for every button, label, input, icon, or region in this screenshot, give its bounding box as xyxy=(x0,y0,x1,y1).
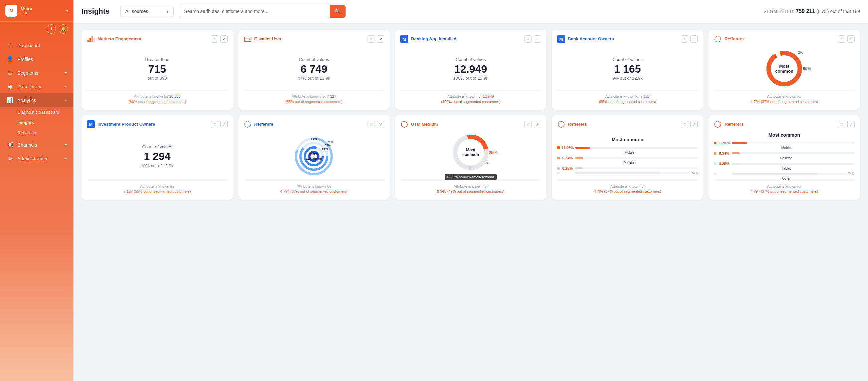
search-input[interactable] xyxy=(179,6,330,17)
donut-label: Mostcommon xyxy=(775,64,793,74)
card-header: M Bank Account Owners ☆ ⤢ xyxy=(557,35,698,43)
card-actions: ☆ ⤢ xyxy=(838,121,855,128)
bar-track-2 xyxy=(575,157,698,159)
card-body: Count of values 1 294 10% out of 12.9k xyxy=(87,132,228,180)
source-select[interactable]: All sources ▾ xyxy=(120,6,174,17)
favorite-button[interactable]: ☆ xyxy=(524,121,532,128)
sidebar-item-label: Data library xyxy=(18,84,41,89)
card-title: Refferers xyxy=(254,122,365,127)
card-title: E-wallet User xyxy=(254,36,365,42)
bar-color-other xyxy=(557,172,560,174)
footer-link[interactable]: 4 794 (37% out of segmented customers) xyxy=(280,189,348,193)
bar-chart2-title: Most common xyxy=(769,132,800,138)
analytics-arrow-icon: ▴ xyxy=(65,98,67,102)
page-title: Insights xyxy=(82,7,110,16)
bar2-fill-other xyxy=(732,173,816,175)
favorite-button[interactable]: ☆ xyxy=(681,35,688,43)
expand-button[interactable]: ⤢ xyxy=(847,35,855,43)
expand-button[interactable]: ⤢ xyxy=(220,121,228,128)
favorite-button[interactable]: ☆ xyxy=(681,121,688,128)
search-button[interactable]: 🔍 xyxy=(330,5,345,18)
footer-link2[interactable]: (55% out of segmented customers) xyxy=(599,100,656,104)
svg-rect-1 xyxy=(90,38,91,42)
sidebar-sub-reporting[interactable]: Reporting xyxy=(0,128,73,138)
favorite-button[interactable]: ☆ xyxy=(211,35,218,43)
card-footer: Attribute is known for 10 360 (80% out o… xyxy=(87,90,228,104)
card-header: Refferers ☆ ⤢ xyxy=(714,120,855,128)
favorite-button[interactable]: ☆ xyxy=(838,121,845,128)
expand-button[interactable]: ⤢ xyxy=(847,121,855,128)
sidebar-logo[interactable]: M Meiro CDP ▾ xyxy=(0,0,73,22)
bar2-pct-2: 6.34% xyxy=(718,151,731,155)
card-bank-account: M Bank Account Owners ☆ ⤢ Count of value… xyxy=(552,30,704,110)
bar-fill-1 xyxy=(575,147,590,149)
bar2-fill-1 xyxy=(732,142,746,144)
expand-button[interactable]: ⤢ xyxy=(534,35,541,43)
card-actions: ☆ ⤢ xyxy=(368,35,384,43)
footer-link2[interactable]: (55% out of segmented customers) xyxy=(285,100,343,104)
favorite-button[interactable]: ☆ xyxy=(211,121,218,128)
expand-button[interactable]: ⤢ xyxy=(377,35,384,43)
expand-button[interactable]: ⤢ xyxy=(220,35,228,43)
sidebar-item-label: Channels xyxy=(18,142,37,148)
card-investment-product: M Investment Product Owners ☆ ⤢ Count of… xyxy=(82,115,233,200)
footer-link[interactable]: 10 360 xyxy=(169,94,181,98)
bar2-row-3: 6.25% xyxy=(714,162,855,166)
sidebar-item-data-library[interactable]: ▦ Data library ▾ xyxy=(0,80,73,93)
card-body: Greater than 715 out of 893 xyxy=(87,47,228,90)
card-marketo: Marketo Engagement ☆ ⤢ Greater than 715 … xyxy=(82,30,233,110)
favorite-button[interactable]: ☆ xyxy=(524,35,532,43)
cards-grid: Marketo Engagement ☆ ⤢ Greater than 715 … xyxy=(82,30,860,200)
info-icon-btn[interactable]: ℹ xyxy=(47,24,56,34)
footer-link2[interactable]: (80% out of segmented customers) xyxy=(128,100,186,104)
channels-icon: 📢 xyxy=(7,142,13,148)
main-content: Insights All sources ▾ 🔍 SEGMENTED: 759 … xyxy=(73,0,868,381)
footer-link[interactable]: 6 345 (49% out of segmented customers) xyxy=(437,189,504,193)
card-header: Refferers ☆ ⤢ xyxy=(714,35,855,43)
refferers-1-icon xyxy=(714,35,722,43)
sidebar-item-profiles[interactable]: 👤 Profiles xyxy=(0,52,73,66)
expand-button[interactable]: ⤢ xyxy=(690,121,698,128)
sidebar-item-administration[interactable]: ⚙ Administration ▾ xyxy=(0,152,73,165)
bar2-row-2: 6.34% xyxy=(714,151,855,155)
footer-link[interactable]: 7 127 (55% out of segmented customers) xyxy=(124,189,191,193)
sidebar-item-label: Administration xyxy=(18,156,47,161)
utm-pct-main: 25% xyxy=(489,150,497,155)
expand-button[interactable]: ⤢ xyxy=(377,121,384,128)
sidebar-sub-diagnostic[interactable]: Diagnostic dashboard xyxy=(0,107,73,117)
card-title: Refferers xyxy=(724,36,835,42)
utm-icon xyxy=(400,120,408,128)
sidebar-item-segments[interactable]: ◇ Segments ▾ xyxy=(0,66,73,80)
bar-pct-2: 6.34% xyxy=(561,156,574,160)
sidebar-item-channels[interactable]: 📢 Channels ▾ xyxy=(0,138,73,152)
card-header: M Investment Product Owners ☆ ⤢ xyxy=(87,120,228,128)
logo-caret-icon[interactable]: ▾ xyxy=(66,9,68,13)
footer-link[interactable]: 7 127 xyxy=(641,94,650,98)
notification-icon-btn[interactable]: 🔔 xyxy=(59,24,68,34)
card-footer: Attribute is known for 4 794 (37% out of… xyxy=(244,180,384,194)
favorite-button[interactable]: ☆ xyxy=(368,121,375,128)
data-library-arrow-icon: ▾ xyxy=(65,85,67,88)
source-select-label: All sources xyxy=(125,9,148,14)
footer-link[interactable]: 4 794 (37% out of segmented customers) xyxy=(594,189,661,193)
card-footer: Attribute is known for 4 794 (37% out of… xyxy=(557,180,698,194)
segments-icon: ◇ xyxy=(7,70,13,76)
sidebar-sub-insights[interactable]: Insights xyxy=(0,117,73,128)
bar2-label-1: Mobile xyxy=(714,146,855,150)
header: Insights All sources ▾ 🔍 SEGMENTED: 759 … xyxy=(73,0,868,23)
footer-link[interactable]: 4 794 (37% out of segmented customers) xyxy=(750,189,818,193)
footer-link[interactable]: 4 794 (37% out of segmented customers) xyxy=(750,100,818,104)
bar2-label-2: Desktop xyxy=(714,156,855,160)
favorite-button[interactable]: ☆ xyxy=(838,35,845,43)
expand-button[interactable]: ⤢ xyxy=(690,35,698,43)
footer-link[interactable]: 7 127 xyxy=(327,94,337,98)
bar-pct-3: 6.25% xyxy=(561,166,574,170)
search-bar: 🔍 xyxy=(179,5,346,18)
footer-link2[interactable]: (100% out of segmented customers) xyxy=(441,100,500,104)
donut-pct-main: 95% xyxy=(803,66,811,71)
footer-link[interactable]: 12 949 xyxy=(483,94,494,98)
expand-button[interactable]: ⤢ xyxy=(534,121,541,128)
sidebar-item-analytics[interactable]: 📊 Analytics ▴ xyxy=(0,93,73,107)
favorite-button[interactable]: ☆ xyxy=(368,35,375,43)
sidebar-item-dashboard[interactable]: ⌂ Dashboard xyxy=(0,39,73,52)
